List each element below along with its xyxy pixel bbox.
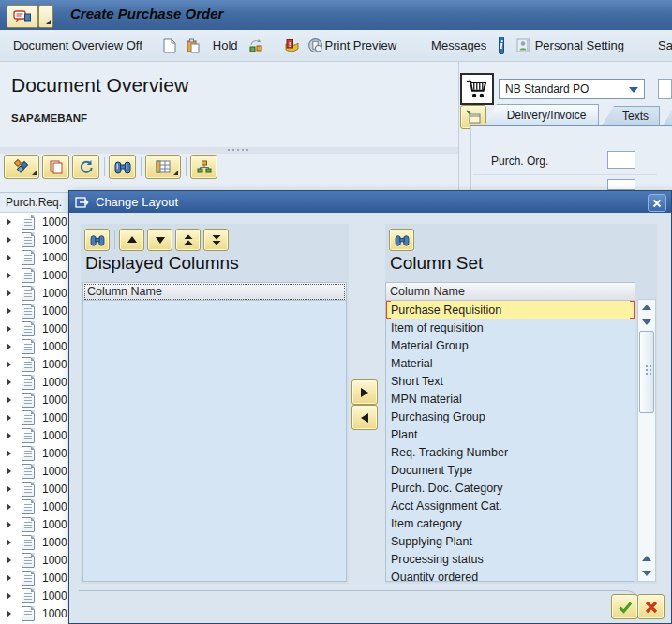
column-set-listbox[interactable]: Column Name Purchase RequisitionItem of … xyxy=(385,282,635,582)
tree-row[interactable]: 1000 xyxy=(0,302,71,319)
expand-arrow-icon[interactable] xyxy=(7,521,11,528)
expand-arrow-icon[interactable] xyxy=(7,539,11,546)
order-type-combobox[interactable]: NB Standard PO xyxy=(499,79,645,99)
tree-row[interactable]: 1000 xyxy=(0,480,71,498)
refresh-button[interactable] xyxy=(72,155,99,179)
column-set-header[interactable]: Column Name xyxy=(386,283,635,301)
tree-row[interactable]: 1000 xyxy=(0,391,71,409)
tree-column-header[interactable]: Purch.Req. xyxy=(0,192,71,213)
column-set-item[interactable]: Supplying Plant xyxy=(386,532,635,550)
shopping-cart-button[interactable] xyxy=(460,73,494,105)
find-button[interactable] xyxy=(84,229,110,251)
document-number-field[interactable] xyxy=(658,79,672,99)
scrollbar-track[interactable] xyxy=(638,414,655,551)
expand-arrow-icon[interactable] xyxy=(7,396,11,404)
expand-arrow-icon[interactable] xyxy=(7,610,11,617)
dialog-titlebar[interactable]: Change Layout xyxy=(69,191,671,213)
scroll-down-button[interactable] xyxy=(638,566,655,581)
expand-arrow-icon[interactable] xyxy=(7,485,11,493)
expand-arrow-icon[interactable] xyxy=(7,468,11,475)
messages-log-button[interactable]: ! xyxy=(284,37,300,54)
column-set-item[interactable]: Short Text xyxy=(386,372,635,390)
scroll-down-button[interactable] xyxy=(638,315,655,330)
column-set-item[interactable]: Acct Assignment Cat. xyxy=(386,497,635,514)
tree-row[interactable]: 1000 xyxy=(0,284,71,302)
move-to-top-button[interactable] xyxy=(175,229,201,251)
expand-arrow-icon[interactable] xyxy=(7,379,11,386)
expand-arrow-icon[interactable] xyxy=(7,414,11,422)
move-left-button[interactable] xyxy=(351,405,378,430)
tree-row[interactable]: 1000 xyxy=(0,337,71,355)
selection-variant-button[interactable] xyxy=(4,155,39,179)
expand-arrow-icon[interactable] xyxy=(7,343,11,350)
sap-menu-button[interactable] xyxy=(7,5,38,28)
scroll-up-button[interactable] xyxy=(638,300,655,315)
print-preview-icon-button[interactable] xyxy=(307,37,323,54)
tab-texts[interactable]: Texts xyxy=(602,106,660,126)
tree-row[interactable]: 1000 xyxy=(0,515,71,533)
cancel-button[interactable] xyxy=(637,594,665,619)
tree-row[interactable]: 1000 xyxy=(0,462,71,480)
confirm-button[interactable] xyxy=(611,594,638,619)
expand-arrow-icon[interactable] xyxy=(7,218,11,226)
dialog-close-button[interactable] xyxy=(648,194,666,212)
expand-arrow-icon[interactable] xyxy=(7,432,11,439)
column-set-item[interactable]: MPN material xyxy=(386,390,635,408)
expand-arrow-icon[interactable] xyxy=(7,254,11,261)
expand-arrow-icon[interactable] xyxy=(7,272,11,279)
column-set-item[interactable]: Purch. Doc. Category xyxy=(386,479,635,497)
expand-arrow-icon[interactable] xyxy=(7,236,11,244)
column-set-item[interactable]: Req. Tracking Number xyxy=(386,443,635,461)
tree-row[interactable]: 1000 xyxy=(0,587,71,604)
document-overview-off-button[interactable]: Document Overview Off xyxy=(13,38,142,52)
column-set-item[interactable]: Purchase Requisition xyxy=(386,301,635,319)
expand-arrow-icon[interactable] xyxy=(7,290,11,297)
tree-row[interactable]: 1000 xyxy=(0,551,71,569)
column-set-item[interactable]: Item of requisition xyxy=(386,319,635,336)
move-down-button[interactable] xyxy=(147,229,172,251)
menu-dropdown-button[interactable] xyxy=(38,5,53,28)
messages-button[interactable]: Messages xyxy=(431,38,486,52)
tree-row[interactable]: 1000 xyxy=(0,498,71,515)
tree-row[interactable]: 1000 xyxy=(0,248,71,266)
horizontal-splitter[interactable] xyxy=(0,146,458,154)
column-set-item[interactable]: Material xyxy=(386,354,635,372)
column-set-item[interactable]: Processing status xyxy=(386,550,635,568)
hierarchy-button[interactable] xyxy=(190,155,217,179)
column-set-item[interactable]: Plant xyxy=(386,425,635,443)
expand-arrow-icon[interactable] xyxy=(7,307,11,315)
park-button[interactable] xyxy=(248,37,263,54)
column-set-item[interactable]: Purchasing Group xyxy=(386,408,635,425)
tree-row[interactable]: 1000 xyxy=(0,409,71,426)
expand-arrow-icon[interactable] xyxy=(7,361,11,368)
expand-arrow-icon[interactable] xyxy=(7,325,11,333)
move-up-button[interactable] xyxy=(119,229,144,251)
personal-setting-icon-button[interactable] xyxy=(516,37,531,54)
tree-row[interactable]: 1000 xyxy=(0,373,71,391)
column-set-item[interactable]: Material Group xyxy=(386,336,635,354)
expand-arrow-icon[interactable] xyxy=(7,574,11,582)
column-set-item[interactable]: Document Type xyxy=(386,461,635,479)
expand-arrow-icon[interactable] xyxy=(7,557,11,564)
find-button[interactable] xyxy=(389,229,414,251)
move-to-bottom-button[interactable] xyxy=(203,229,229,251)
copy-document-button[interactable] xyxy=(186,37,201,54)
displayed-columns-listbox[interactable]: Column Name xyxy=(82,282,347,582)
change-layout-button[interactable] xyxy=(145,155,181,179)
purch-org-field[interactable] xyxy=(607,151,635,169)
hold-button[interactable]: Hold xyxy=(213,38,238,52)
tree-row[interactable]: 1000 xyxy=(0,604,71,622)
help-button[interactable]: i xyxy=(499,37,503,54)
print-preview-button[interactable]: Print Preview xyxy=(325,38,397,52)
tree-row[interactable]: 1000 xyxy=(0,533,71,551)
column-set-item[interactable]: Quantity ordered xyxy=(386,568,635,582)
tree-row[interactable]: 1000 xyxy=(0,426,71,444)
find-button[interactable] xyxy=(109,155,136,179)
tree-row[interactable]: 1000 xyxy=(0,230,71,248)
scrollbar-thumb[interactable] xyxy=(639,331,654,413)
tree-row[interactable]: 1000 xyxy=(0,266,71,284)
tree-row[interactable]: 1000 xyxy=(0,319,71,337)
expand-arrow-icon[interactable] xyxy=(7,450,11,457)
scroll-up-button[interactable] xyxy=(638,551,655,566)
tab-partial[interactable] xyxy=(663,106,672,126)
